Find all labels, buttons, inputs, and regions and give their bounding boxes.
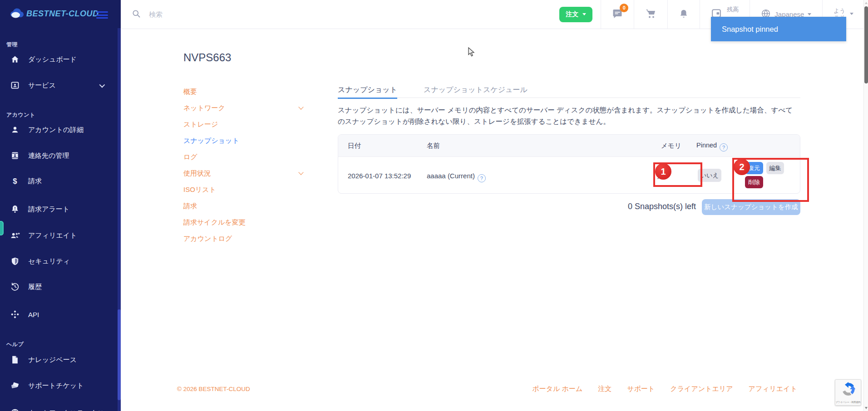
- chevron-down-icon: [298, 170, 303, 175]
- page-scrollbar[interactable]: [863, 0, 868, 411]
- mouse-cursor: [468, 47, 477, 59]
- subnav-change-billing-cycle[interactable]: 請求サイクルを変更: [183, 218, 246, 227]
- subnav-billing[interactable]: 請求: [183, 202, 197, 210]
- annotation-number-2: 2: [734, 159, 750, 175]
- sidebar-item-history[interactable]: 履歴: [0, 280, 117, 293]
- snapshot-description: スナップショットには、サーバー メモリの内容とすべてのサーバー ディスクの状態が…: [338, 104, 799, 127]
- toast-notification: Snapshot pinned: [711, 17, 846, 41]
- tickets-icon: [10, 381, 20, 391]
- logo-text: BESTNET-CLOUD: [26, 9, 99, 19]
- chat-widget-tab[interactable]: [0, 221, 4, 235]
- subnav-storage[interactable]: ストレージ: [183, 120, 218, 129]
- chat-icon: [612, 13, 623, 20]
- person-icon: [10, 125, 20, 135]
- copyright: © 2026 BESTNET-CLOUD: [177, 386, 250, 392]
- sidebar-item-affiliates[interactable]: アフィリエイト: [0, 229, 117, 242]
- order-button[interactable]: 注文: [559, 7, 592, 22]
- sidebar-scrollbar[interactable]: [118, 28, 121, 411]
- search-icon: [132, 9, 141, 20]
- snapshots-left-label: 0 Snapshots(s) left: [563, 202, 696, 211]
- snapshot-table: 日付 名前 メモリ Pinned? 2026-01-07 13:52:29 aa…: [338, 134, 800, 194]
- tab-snapshot-schedule[interactable]: スナップショットスケジュール: [424, 85, 528, 95]
- contacts-icon: [10, 151, 20, 161]
- subnav-usage[interactable]: 使用状況: [183, 169, 211, 178]
- recaptcha-badge[interactable]: プライバシー - 利用規約: [835, 379, 861, 406]
- bell-icon: [679, 8, 689, 21]
- tab-snapshot[interactable]: スナップショット: [338, 85, 397, 95]
- sidebar-item-knowledgebase[interactable]: ナレッジベース: [0, 353, 117, 366]
- sidebar-item-billing[interactable]: $ 請求: [0, 175, 117, 187]
- chat-menu[interactable]: 0: [601, 0, 634, 29]
- sidebar-item-api[interactable]: API: [0, 308, 117, 321]
- subnav-network[interactable]: ネットワーク: [183, 104, 225, 113]
- sidebar-item-security[interactable]: セキュリティ: [0, 255, 117, 268]
- page-title: NVPS663: [183, 51, 231, 64]
- col-date: 日付: [348, 142, 361, 150]
- scroll-down-arrow-icon[interactable]: [865, 407, 868, 409]
- snapshot-tabs: スナップショット スナップショットスケジュール: [338, 85, 800, 98]
- chevron-down-icon: [808, 13, 811, 15]
- sidebar-item-network-status[interactable]: ネットワークステータス: [0, 406, 117, 411]
- history-icon: [10, 282, 20, 292]
- recaptcha-icon: [841, 382, 856, 400]
- hamburger-menu-icon[interactable]: [96, 11, 108, 19]
- home-icon: [10, 54, 20, 64]
- subnav-iso-list[interactable]: ISOリスト: [183, 186, 216, 194]
- chevron-down-icon: [850, 13, 853, 15]
- logo[interactable]: BESTNET-CLOUD: [0, 0, 121, 29]
- subnav-log[interactable]: ログ: [183, 153, 197, 161]
- table-header-row: 日付 名前 メモリ Pinned?: [338, 135, 800, 157]
- cart-menu[interactable]: [634, 0, 667, 29]
- snapshot-name-help-icon[interactable]: ?: [478, 174, 486, 182]
- document-icon: [10, 355, 20, 365]
- subnav-overview[interactable]: 概要: [183, 88, 197, 96]
- footer-link-order[interactable]: 注文: [598, 385, 612, 393]
- sidebar-item-contacts[interactable]: 連絡先の管理: [0, 149, 117, 162]
- people-plus-icon: [10, 230, 20, 240]
- scroll-up-arrow-icon[interactable]: [865, 2, 868, 4]
- col-name: 名前: [427, 142, 440, 150]
- sidebar-item-support-tickets[interactable]: サポートチケット: [0, 379, 117, 392]
- chevron-down-icon: [582, 13, 586, 15]
- balance-label: 残高: [727, 5, 739, 14]
- cart-icon: [645, 8, 656, 21]
- chevron-down-icon: [298, 104, 303, 109]
- footer-link-client-area[interactable]: クライアントエリア: [670, 385, 733, 393]
- footer-link-affiliates[interactable]: アフィリエイト: [749, 385, 797, 393]
- sidebar-item-account-details[interactable]: アカウントの詳細: [0, 123, 117, 136]
- svg-text:$: $: [13, 177, 17, 186]
- footer-link-portal-home[interactable]: ポータル ホーム: [532, 385, 582, 393]
- chevron-down-icon: [99, 82, 105, 88]
- sidebar: BESTNET-CLOUD 管理 ダッシュボード サービス アカウント アカウン…: [0, 0, 121, 411]
- subnav-snapshot[interactable]: スナップショット: [183, 137, 239, 145]
- annotation-number-1: 1: [655, 163, 671, 180]
- footer-links: ポータル ホーム 注文 サポート クライアントエリア アフィリエイト: [532, 385, 797, 393]
- globe-icon: [10, 408, 20, 411]
- cloud-logo-icon: [9, 7, 25, 21]
- subnav-account-log[interactable]: アカウントログ: [183, 235, 232, 243]
- notifications-menu[interactable]: [667, 0, 700, 29]
- shield-icon: [10, 256, 20, 266]
- footer-link-support[interactable]: サポート: [627, 385, 655, 393]
- search-input[interactable]: [149, 10, 330, 18]
- api-icon: [10, 309, 20, 319]
- snapshot-date: 2026-01-07 13:52:29: [348, 172, 411, 180]
- sidebar-section-account: アカウント: [6, 111, 35, 119]
- sidebar-item-services[interactable]: サービス: [0, 79, 117, 92]
- sidebar-section-manage: 管理: [6, 41, 18, 49]
- welcome-label-1: よう: [833, 8, 845, 15]
- sidebar-item-billing-alerts[interactable]: 請求アラート: [0, 203, 117, 215]
- dollar-icon: $: [10, 176, 20, 186]
- col-memory: メモリ: [661, 142, 681, 150]
- chat-count-badge: 0: [620, 4, 628, 12]
- snapshot-name: aaaaa (Current)?: [427, 172, 486, 182]
- bell-alert-icon: [10, 204, 20, 214]
- sidebar-section-help: ヘルプ: [6, 341, 24, 348]
- sidebar-item-dashboard[interactable]: ダッシュボード: [0, 53, 117, 66]
- scrollbar-thumb[interactable]: [864, 6, 868, 83]
- pinned-help-icon[interactable]: ?: [720, 143, 728, 152]
- recaptcha-text: プライバシー - 利用規約: [835, 401, 861, 403]
- services-icon: [10, 80, 20, 90]
- col-pinned: Pinned?: [696, 142, 728, 152]
